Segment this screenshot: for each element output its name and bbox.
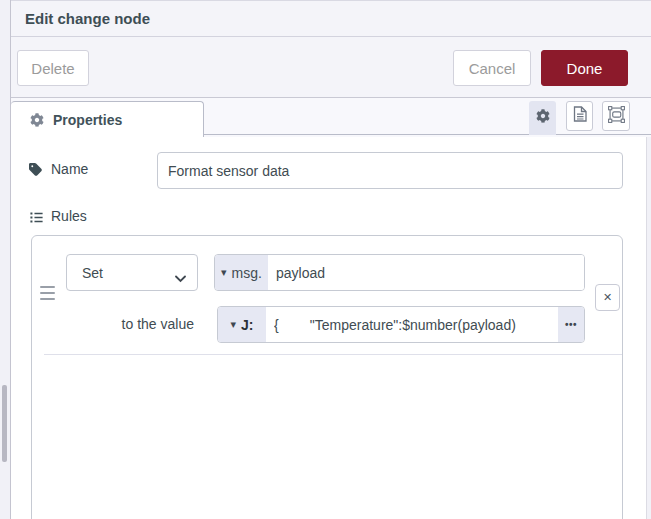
rule-action-select[interactable]: Set (66, 254, 198, 291)
appearance-frame-icon (608, 106, 625, 127)
gear-icon (30, 112, 46, 128)
description-section-button[interactable] (566, 101, 593, 131)
cancel-button[interactable]: Cancel (453, 50, 531, 86)
rules-container: Set ▾ msg. to the value ▾ (31, 235, 623, 519)
appearance-section-button[interactable] (602, 101, 630, 131)
tab-row: Properties (11, 98, 651, 137)
to-the-value-label: to the value (44, 306, 194, 343)
expression-input[interactable] (266, 307, 558, 342)
rule-action-value: Set (82, 265, 103, 281)
rules-label: Rules (51, 208, 87, 224)
done-button[interactable]: Done (541, 50, 628, 86)
ellipsis-icon: ••• (565, 319, 577, 330)
remove-rule-button[interactable]: ✕ (595, 284, 620, 311)
dialog-toolbar: Delete Cancel Done (11, 37, 651, 98)
document-icon (573, 106, 587, 126)
edit-change-node-dialog: Edit change node Delete Cancel Done Prop… (0, 0, 651, 519)
properties-section-button[interactable] (529, 101, 556, 135)
property-prefix-label: msg. (232, 265, 262, 281)
rule-value-field: ▾ J: ••• (217, 306, 585, 343)
jsonata-expression-icon: J: (241, 317, 253, 333)
tray-dialog: Edit change node Delete Cancel Done Prop… (10, 0, 651, 519)
chevron-down-icon (175, 270, 186, 286)
property-input[interactable] (268, 255, 584, 290)
right-scroll-track[interactable] (646, 137, 651, 519)
expand-expression-button[interactable]: ••• (558, 307, 584, 342)
caret-down-icon: ▾ (221, 266, 227, 279)
name-input[interactable] (157, 152, 623, 189)
scrollbar-grip[interactable] (2, 385, 7, 462)
delete-button[interactable]: Delete (17, 50, 89, 86)
dialog-title: Edit change node (25, 1, 150, 36)
close-icon: ✕ (603, 291, 612, 304)
name-label: Name (51, 161, 88, 177)
rule-divider (44, 354, 622, 355)
tag-icon (29, 161, 45, 177)
dialog-header: Edit change node (11, 0, 651, 37)
left-backdrop (0, 0, 10, 519)
rule-property-field: ▾ msg. (214, 254, 585, 291)
gear-icon (536, 109, 550, 127)
tab-properties[interactable]: Properties (11, 101, 204, 137)
caret-down-icon: ▾ (231, 318, 237, 331)
list-icon (29, 209, 45, 225)
drag-handle-icon[interactable] (40, 286, 55, 300)
value-type-button[interactable]: ▾ J: (218, 307, 266, 342)
property-type-button[interactable]: ▾ msg. (215, 255, 268, 290)
tab-properties-label: Properties (53, 112, 122, 128)
tab-row-border (204, 134, 651, 135)
